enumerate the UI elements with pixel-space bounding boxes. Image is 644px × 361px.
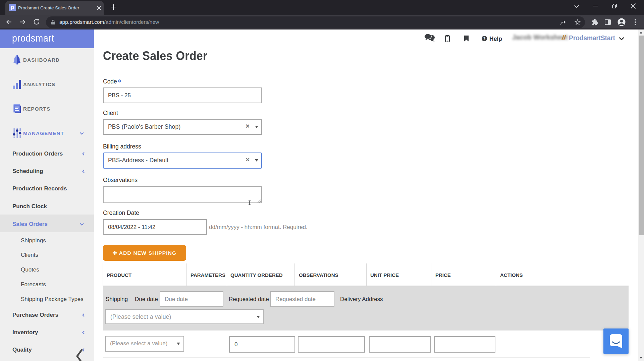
svg-text:?: ? bbox=[483, 37, 485, 41]
